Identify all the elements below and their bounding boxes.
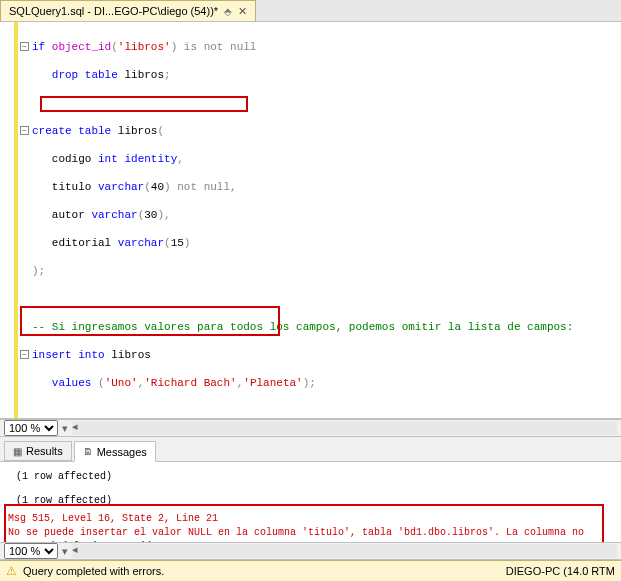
tab-results-label: Results xyxy=(26,445,63,457)
grid-icon: ▦ xyxy=(13,446,22,457)
message-line: Se terminó la instrucción. xyxy=(8,540,613,542)
dropdown-icon: ▾ xyxy=(62,545,68,558)
horizontal-scrollbar[interactable] xyxy=(72,544,617,558)
tab-messages[interactable]: 🗎 Messages xyxy=(74,441,156,462)
close-icon[interactable]: ✕ xyxy=(238,5,247,18)
fold-icon[interactable]: − xyxy=(20,350,29,359)
code-body[interactable]: −if object_id('libros') is not null drop… xyxy=(0,22,621,419)
tab-title: SQLQuery1.sql - DI...EGO-PC\diego (54))* xyxy=(9,5,218,17)
messages-pane[interactable]: (1 row affected) (1 row affected) Msg 51… xyxy=(0,462,621,542)
horizontal-scrollbar[interactable] xyxy=(72,421,617,435)
tab-messages-label: Messages xyxy=(97,446,147,458)
fold-icon[interactable]: − xyxy=(20,126,29,135)
code-editor[interactable]: −if object_id('libros') is not null drop… xyxy=(0,22,621,419)
file-tab[interactable]: SQLQuery1.sql - DI...EGO-PC\diego (54))*… xyxy=(0,0,256,21)
zoom-select-bottom[interactable]: 100 % xyxy=(4,543,58,559)
zoom-bar-bottom: 100 % ▾ xyxy=(0,542,621,560)
message-line: (1 row affected) xyxy=(8,494,613,508)
status-bar: ⚠ Query completed with errors. DIEGO-PC … xyxy=(0,560,621,581)
dropdown-icon: ▾ xyxy=(62,422,68,435)
messages-icon: 🗎 xyxy=(83,446,93,457)
tab-bar: SQLQuery1.sql - DI...EGO-PC\diego (54))*… xyxy=(0,0,621,22)
message-line: (1 row affected) xyxy=(8,470,613,484)
status-server: DIEGO-PC (14.0 RTM xyxy=(506,565,615,577)
warning-icon: ⚠ xyxy=(6,564,17,578)
zoom-bar: 100 % ▾ xyxy=(0,419,621,437)
error-line: No se puede insertar el valor NULL en la… xyxy=(8,526,613,540)
error-line: Msg 515, Level 16, State 2, Line 21 xyxy=(8,512,613,526)
pin-icon[interactable]: ⬘ xyxy=(224,6,232,17)
status-text: Query completed with errors. xyxy=(23,565,164,577)
tab-results[interactable]: ▦ Results xyxy=(4,441,72,461)
fold-icon[interactable]: − xyxy=(20,42,29,51)
results-tabs: ▦ Results 🗎 Messages xyxy=(0,437,621,462)
zoom-select[interactable]: 100 % xyxy=(4,420,58,436)
